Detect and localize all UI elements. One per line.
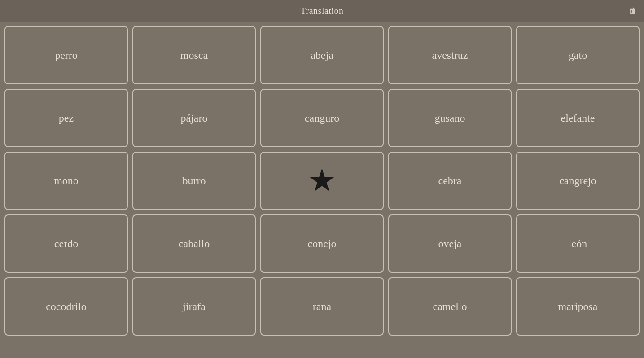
card-gusano[interactable]: gusano bbox=[388, 89, 512, 147]
card-label-mariposa: mariposa bbox=[558, 301, 598, 313]
card-label-cebra: cebra bbox=[438, 175, 462, 187]
card-pez[interactable]: pez bbox=[4, 89, 128, 147]
trash-icon[interactable]: 🗑 bbox=[629, 6, 637, 16]
card-label-mono: mono bbox=[54, 175, 79, 187]
card-label-conejo: conejo bbox=[308, 238, 337, 250]
card-label-cangrejo: cangrejo bbox=[559, 175, 596, 187]
card-label-mosca: mosca bbox=[180, 49, 208, 61]
card-camello[interactable]: camello bbox=[388, 277, 512, 336]
page-title: Translation bbox=[301, 6, 344, 16]
card-label-rana: rana bbox=[313, 301, 331, 313]
card-star[interactable]: ★ bbox=[260, 152, 384, 210]
header: Translation 🗑 bbox=[0, 0, 644, 22]
card-oveja[interactable]: oveja bbox=[388, 214, 512, 273]
card-label-oveja: oveja bbox=[438, 238, 462, 250]
card-label-burro: burro bbox=[183, 175, 206, 187]
card-label-elefante: elefante bbox=[561, 112, 595, 124]
card-label-pez: pez bbox=[59, 112, 74, 124]
card-elefante[interactable]: elefante bbox=[516, 89, 640, 147]
card-leon[interactable]: león bbox=[516, 214, 640, 273]
card-gato[interactable]: gato bbox=[516, 26, 640, 84]
card-label-canguro: canguro bbox=[305, 112, 339, 124]
card-cocodrilo[interactable]: cocodrilo bbox=[4, 277, 128, 336]
card-perro[interactable]: perro bbox=[4, 26, 128, 84]
card-label-jirafa: jirafa bbox=[183, 301, 206, 313]
card-cerdo[interactable]: cerdo bbox=[4, 214, 128, 273]
card-mono[interactable]: mono bbox=[4, 152, 128, 210]
card-label-cerdo: cerdo bbox=[54, 238, 78, 250]
card-label-pajaro: pájaro bbox=[181, 112, 208, 124]
card-avestruz[interactable]: avestruz bbox=[388, 26, 512, 84]
card-abeja[interactable]: abeja bbox=[260, 26, 384, 84]
card-label-camello: camello bbox=[433, 301, 467, 313]
card-cangrejo[interactable]: cangrejo bbox=[516, 152, 640, 210]
card-jirafa[interactable]: jirafa bbox=[132, 277, 256, 336]
card-label-caballo: caballo bbox=[179, 238, 210, 250]
star-icon: ★ bbox=[308, 165, 336, 196]
card-label-gato: gato bbox=[569, 49, 587, 61]
card-rana[interactable]: rana bbox=[260, 277, 384, 336]
card-pajaro[interactable]: pájaro bbox=[132, 89, 256, 147]
card-mariposa[interactable]: mariposa bbox=[516, 277, 640, 336]
card-cebra[interactable]: cebra bbox=[388, 152, 512, 210]
card-label-gusano: gusano bbox=[435, 112, 465, 124]
card-caballo[interactable]: caballo bbox=[132, 214, 256, 273]
card-label-abeja: abeja bbox=[311, 49, 333, 61]
card-label-leon: león bbox=[569, 238, 587, 250]
card-label-perro: perro bbox=[55, 49, 78, 61]
card-grid: perromoscaabejaavestruzgatopezpájarocang… bbox=[0, 22, 644, 340]
card-label-cocodrilo: cocodrilo bbox=[46, 301, 87, 313]
card-burro[interactable]: burro bbox=[132, 152, 256, 210]
card-label-avestruz: avestruz bbox=[432, 49, 468, 61]
card-conejo[interactable]: conejo bbox=[260, 214, 384, 273]
card-mosca[interactable]: mosca bbox=[132, 26, 256, 84]
card-canguro[interactable]: canguro bbox=[260, 89, 384, 147]
